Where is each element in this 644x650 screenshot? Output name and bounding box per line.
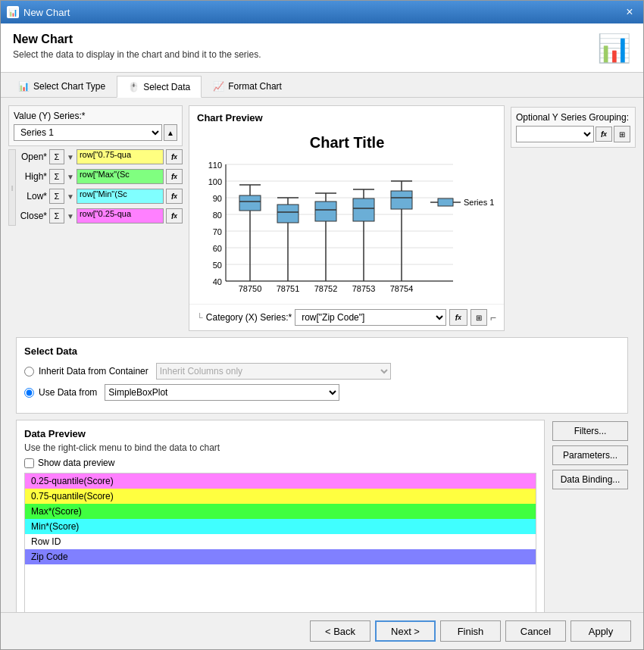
main-window: 📊 New Chart × New Chart Select the data … — [0, 0, 644, 650]
back-button[interactable]: < Back — [310, 620, 370, 642]
data-list: 0.25-quantile(Score) 0.75-quantile(Score… — [24, 473, 536, 612]
high-field[interactable]: row["Max"(Sc — [77, 169, 164, 184]
tab-chart-type-label: Select Chart Type — [33, 81, 105, 92]
show-preview-label: Show data preview — [38, 458, 114, 468]
data-preview-section: Data Preview Use the right-click menu to… — [16, 420, 545, 612]
optional-y-table-btn[interactable]: ⊞ — [614, 126, 630, 142]
low-sigma-btn[interactable]: Σ — [49, 189, 64, 204]
left-panel: Value (Y) Series:* Series 1 ▲ | — [8, 105, 183, 331]
category-fx-btn[interactable]: fx — [449, 309, 467, 326]
close-fx-btn[interactable]: fx — [166, 208, 183, 223]
lower-content: Select Data Inherit Data from Container … — [8, 337, 636, 612]
high-chevron: ▼ — [67, 173, 74, 181]
list-item[interactable]: 0.25-quantile(Score) — [25, 473, 536, 489]
svg-text:78753: 78753 — [352, 284, 375, 293]
list-item[interactable]: Zip Code — [25, 549, 536, 564]
show-preview-checkbox[interactable] — [24, 458, 34, 468]
svg-text:40: 40 — [212, 277, 221, 286]
use-data-label: Use Data from — [39, 387, 97, 398]
filters-button[interactable]: Filters... — [552, 421, 628, 441]
list-item[interactable]: Min*(Score) — [25, 519, 536, 534]
tab-format-chart-label: Format Chart — [228, 81, 282, 92]
side-buttons: Filters... Parameters... Data Binding... — [552, 420, 628, 612]
svg-rect-36 — [391, 191, 412, 209]
series-label: Value (Y) Series:* — [14, 111, 177, 121]
svg-rect-28 — [315, 202, 336, 221]
title-bar: 📊 New Chart × — [1, 1, 643, 23]
chart-config-area: Value (Y) Series:* Series 1 ▲ | — [8, 105, 636, 331]
open-sigma-btn[interactable]: Σ — [49, 149, 64, 164]
data-preview-title: Data Preview — [24, 428, 536, 439]
parameters-button[interactable]: Parameters... — [552, 445, 628, 465]
data-preview-area: Data Preview Use the right-click menu to… — [16, 420, 628, 612]
series-select[interactable]: Series 1 — [14, 124, 162, 141]
list-item[interactable]: Max*(Score) — [25, 504, 536, 519]
category-indent: └ — [197, 313, 203, 322]
inherit-radio[interactable] — [24, 367, 34, 377]
svg-text:78754: 78754 — [389, 284, 413, 293]
low-chevron: ▼ — [67, 192, 74, 201]
svg-text:80: 80 — [212, 211, 221, 220]
high-label: High* — [18, 171, 47, 182]
close-chevron: ▼ — [67, 212, 74, 220]
open-field[interactable]: row["0.75-qua — [77, 149, 164, 164]
close-label: Close* — [18, 211, 47, 221]
series-scroll-up[interactable]: ▲ — [164, 124, 177, 141]
finish-button[interactable]: Finish — [440, 620, 501, 642]
list-item[interactable]: Row ID — [25, 534, 536, 549]
inherit-select[interactable]: Inherit Columns only — [156, 363, 391, 380]
optional-y-select[interactable] — [516, 126, 594, 142]
tab-chart-type-icon: 📊 — [18, 81, 30, 92]
category-select[interactable]: row["Zip Code"] — [295, 309, 446, 326]
select-data-section: Select Data Inherit Data from Container … — [16, 337, 628, 414]
low-fx-btn[interactable]: fx — [166, 189, 183, 204]
chart-preview-area: Chart Preview Chart Title 110 100 90 80 … — [189, 105, 505, 331]
high-sigma-btn[interactable]: Σ — [49, 169, 64, 184]
optional-y-row: fx ⊞ — [516, 126, 630, 142]
category-bracket: ⌐ — [490, 311, 496, 323]
apply-button[interactable]: Apply — [571, 620, 631, 642]
tab-select-data-label: Select Data — [143, 82, 190, 92]
window-title: New Chart — [23, 7, 70, 18]
tab-format-chart-icon: 📈 — [213, 81, 224, 92]
optional-y-fx-btn[interactable]: fx — [596, 127, 612, 142]
data-binding-button[interactable]: Data Binding... — [552, 470, 628, 489]
low-field[interactable]: row["Min"(Sc — [77, 189, 164, 204]
header-icon: 📊 — [597, 33, 631, 64]
cancel-button[interactable]: Cancel — [505, 620, 566, 642]
scroll-bar-indicator: | — [11, 184, 13, 191]
svg-text:90: 90 — [212, 194, 221, 203]
close-field[interactable]: row["0.25-qua — [77, 208, 164, 223]
use-data-select[interactable]: SimpleBoxPlot — [105, 384, 339, 401]
use-data-radio[interactable] — [24, 388, 34, 398]
close-field-row: Close* Σ ▼ row["0.25-qua fx — [18, 208, 183, 223]
tab-select-data[interactable]: 🖱️ Select Data — [117, 76, 202, 98]
tab-select-data-icon: 🖱️ — [128, 82, 139, 92]
category-row: └ Category (X) Series:* row["Zip Code"] … — [189, 304, 504, 330]
svg-text:78751: 78751 — [276, 284, 299, 293]
optional-y-label: Optional Y Series Grouping: — [516, 112, 630, 123]
chart-svg: Chart Title 110 100 90 80 70 60 50 40 — [195, 127, 499, 301]
open-label: Open* — [18, 152, 47, 162]
svg-text:Series 1: Series 1 — [464, 198, 494, 207]
chart-container: Chart Title 110 100 90 80 70 60 50 40 — [189, 123, 504, 304]
high-field-row: High* Σ ▼ row["Max"(Sc fx — [18, 169, 183, 184]
main-content: Value (Y) Series:* Series 1 ▲ | — [1, 98, 643, 612]
chart-title: Chart Title — [309, 134, 384, 151]
category-table-btn[interactable]: ⊞ — [470, 309, 487, 326]
close-button[interactable]: × — [622, 5, 637, 20]
footer: < Back Next > Finish Cancel Apply — [1, 612, 643, 649]
tab-format-chart[interactable]: 📈 Format Chart — [202, 76, 293, 97]
open-fx-btn[interactable]: fx — [166, 149, 183, 164]
tab-select-chart-type[interactable]: 📊 Select Chart Type — [7, 76, 117, 97]
inherit-radio-row: Inherit Data from Container Inherit Colu… — [24, 363, 620, 380]
svg-text:70: 70 — [212, 227, 221, 236]
inherit-label: Inherit Data from Container — [39, 366, 148, 377]
next-button[interactable]: Next > — [375, 620, 436, 642]
low-label: Low* — [18, 191, 47, 202]
high-fx-btn[interactable]: fx — [166, 169, 183, 184]
category-label: Category (X) Series:* — [206, 312, 292, 323]
list-item[interactable]: 0.75-quantile(Score) — [25, 489, 536, 504]
close-sigma-btn[interactable]: Σ — [49, 208, 64, 223]
svg-text:60: 60 — [212, 244, 221, 253]
